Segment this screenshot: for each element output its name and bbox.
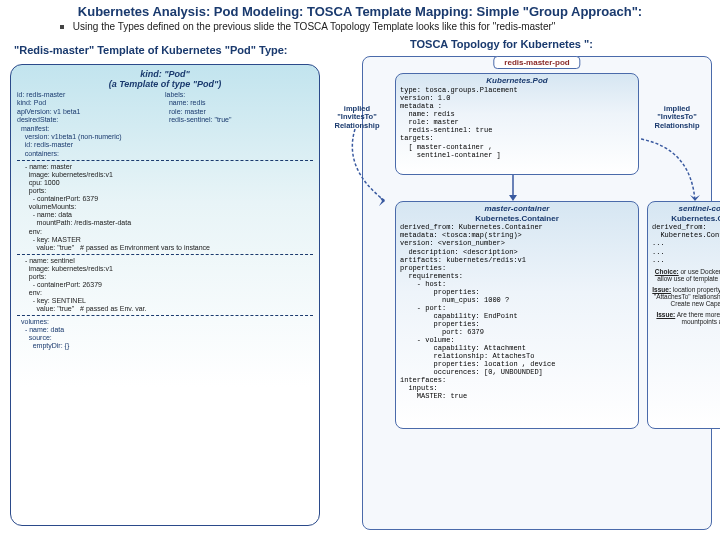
note-issue-location: Issue: location property lost as there i… bbox=[652, 286, 720, 307]
note-issue-volumes: Issue: Are there more than 1 volumes / m… bbox=[652, 311, 720, 325]
volumes-yaml: volumes: - name: data source: emptyDir: … bbox=[17, 318, 313, 350]
master-container-type: Kubernetes.Container bbox=[400, 214, 634, 223]
container-master-yaml: - name: master image: kubernetes/redis:v… bbox=[17, 163, 313, 252]
kube-pod-label: Kubernetes.Pod bbox=[400, 76, 634, 85]
pod-template-panel: kind: "Pod" (a Template of type "Pod") i… bbox=[10, 64, 320, 526]
left-section-heading: "Redis-master" Template of Kubernetes "P… bbox=[14, 44, 288, 56]
arrow-left-icon bbox=[345, 129, 395, 209]
pod-meta-columns: id: redis-master kind: Pod apiVersion: v… bbox=[17, 91, 313, 158]
slide-title: Kubernetes Analysis: Pod Modeling: TOSCA… bbox=[0, 0, 720, 21]
note-choice-title: Choice: bbox=[655, 268, 679, 275]
sentinel-container-label: sentinel-container bbox=[652, 204, 720, 213]
divider bbox=[17, 315, 313, 316]
implied-relationship-right: implied "InvitesTo" Relationship bbox=[645, 105, 709, 130]
container-sentinel-yaml: - name: sentinel image: kubernetes/redis… bbox=[17, 257, 313, 313]
note-issue1-title: Issue: bbox=[652, 286, 671, 293]
sentinel-container-box: sentinel-container Kubernetes.Container … bbox=[647, 201, 720, 429]
pod-meta-left: id: redis-master kind: Pod apiVersion: v… bbox=[17, 91, 165, 158]
sentinel-container-type: Kubernetes.Container bbox=[652, 214, 720, 223]
master-container-box: master-container Kubernetes.Container de… bbox=[395, 201, 639, 429]
note-issue2-text: Are there more than 1 volumes / mountpoi… bbox=[677, 311, 720, 325]
note-choice: Choice: or use Docker.Runtime types to a… bbox=[652, 268, 720, 282]
arrow-down-master-icon bbox=[503, 175, 523, 203]
right-section-heading: TOSCA Topology for Kubernetes ": bbox=[410, 38, 593, 50]
divider bbox=[17, 160, 313, 161]
slide-subtitle: Using the Types defined on the previous … bbox=[0, 21, 720, 36]
arrow-right-icon bbox=[641, 129, 711, 209]
pod-meta-right: labels: name: redis role: master redis-s… bbox=[165, 91, 313, 158]
subtitle-text: Using the Types defined on the previous … bbox=[73, 21, 556, 32]
tosca-topology-panel: redis-master-pod implied "InvitesTo" Rel… bbox=[362, 56, 712, 530]
kubernetes-pod-box: Kubernetes.Pod type: tosca.groups.Placem… bbox=[395, 73, 639, 175]
sentinel-container-yaml: derived_from: Kubernetes.Container ... .… bbox=[652, 223, 720, 263]
bullet-icon bbox=[60, 25, 64, 29]
master-container-label: master-container bbox=[400, 204, 634, 213]
master-container-yaml: derived_from: Kubernetes.Container metad… bbox=[400, 223, 634, 400]
implied-relationship-left: implied "InvitesTo" Relationship bbox=[325, 105, 389, 130]
divider bbox=[17, 254, 313, 255]
topology-label: redis-master-pod bbox=[493, 56, 580, 69]
note-issue2-title: Issue: bbox=[656, 311, 675, 318]
kube-pod-yaml: type: tosca.groups.Placement version: 1.… bbox=[400, 86, 634, 158]
pod-kind-line1: kind: "Pod" bbox=[17, 69, 313, 79]
pod-kind-line2: (a Template of type "Pod") bbox=[17, 79, 313, 89]
